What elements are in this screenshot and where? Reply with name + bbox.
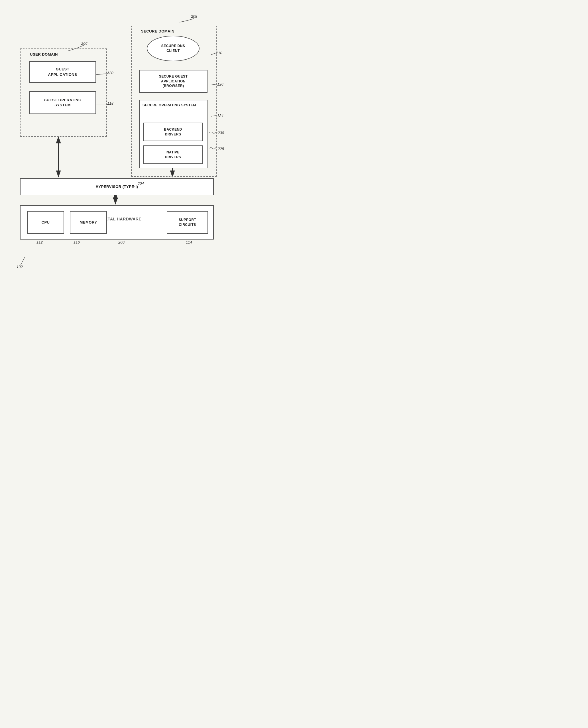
ref-120: 120 bbox=[107, 71, 113, 75]
cpu-box: CPU bbox=[27, 211, 64, 234]
hypervisor-box: HYPERVISOR (TYPE-I) bbox=[20, 178, 214, 195]
secure-guest-app-label: SECURE GUEST APPLICATION (BROWSER) bbox=[159, 74, 188, 88]
guest-applications-label: GUEST APPLICATIONS bbox=[48, 67, 77, 77]
ref-208: 208 bbox=[191, 14, 197, 19]
ref-118: 118 bbox=[107, 101, 113, 105]
svg-line-15 bbox=[21, 257, 25, 265]
ref-114: 114 bbox=[186, 240, 192, 244]
ref-126: 126 bbox=[217, 82, 224, 86]
user-domain-label: USER DOMAIN bbox=[30, 52, 58, 57]
support-circuits-box: SUPPORT CIRCUITS bbox=[167, 211, 208, 234]
ref-116: 116 bbox=[74, 240, 80, 244]
native-drivers-label: NATIVE DRIVERS bbox=[165, 150, 181, 160]
support-circuits-label: SUPPORT CIRCUITS bbox=[179, 218, 196, 227]
ref-112: 112 bbox=[37, 240, 43, 244]
secure-os-label: SECURE OPERATING SYSTEM bbox=[143, 103, 196, 107]
ref-102: 102 bbox=[17, 265, 23, 269]
ref-204: 204 bbox=[138, 181, 144, 186]
secure-dns-client-box: SECURE DNS CLIENT bbox=[147, 36, 200, 61]
hypervisor-label: HYPERVISOR (TYPE-I) bbox=[96, 184, 138, 189]
cpu-label: CPU bbox=[42, 220, 50, 225]
backend-drivers-label: BACKEND DRIVERS bbox=[164, 127, 182, 137]
secure-domain-label: SECURE DOMAIN bbox=[141, 29, 174, 33]
ref-206: 206 bbox=[81, 41, 87, 46]
memory-box: MEMORY bbox=[70, 211, 107, 234]
native-drivers-box: NATIVE DRIVERS bbox=[143, 145, 203, 164]
guest-os-label: GUEST OPERATING SYSTEM bbox=[44, 98, 81, 108]
ref-210: 210 bbox=[216, 51, 222, 55]
guest-os-box: GUEST OPERATING SYSTEM bbox=[29, 91, 96, 114]
ref-200: 200 bbox=[118, 240, 125, 244]
ref-228: 228 bbox=[218, 146, 224, 151]
secure-dns-client-label: SECURE DNS CLIENT bbox=[161, 44, 185, 53]
guest-applications-box: GUEST APPLICATIONS bbox=[29, 61, 96, 83]
ref-230: 230 bbox=[218, 130, 224, 135]
secure-guest-app-box: SECURE GUEST APPLICATION (BROWSER) bbox=[139, 70, 208, 93]
ref-124: 124 bbox=[217, 114, 224, 118]
memory-label: MEMORY bbox=[80, 220, 97, 225]
backend-drivers-box: BACKEND DRIVERS bbox=[143, 123, 203, 141]
